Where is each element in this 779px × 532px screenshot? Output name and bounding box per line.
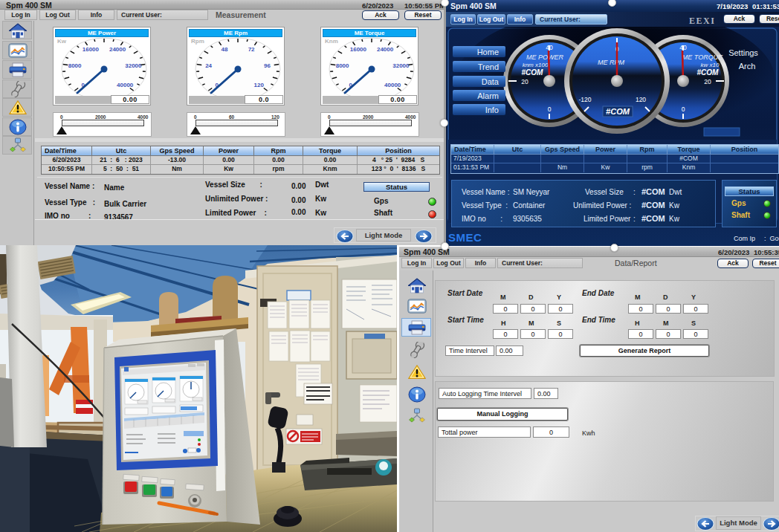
- svg-text:-120: -120: [578, 96, 591, 103]
- svg-text:24000: 24000: [377, 46, 394, 53]
- svg-text:16000: 16000: [350, 46, 367, 53]
- svg-text:Alarm: Alarm: [477, 91, 499, 100]
- svg-text:120: 120: [636, 96, 646, 103]
- svg-text:Trend: Trend: [478, 62, 499, 71]
- svg-text:20: 20: [521, 78, 529, 85]
- svg-text:20: 20: [704, 78, 711, 85]
- svg-text:#COM: #COM: [522, 68, 544, 77]
- svg-text:24000: 24000: [109, 46, 126, 53]
- svg-text:40000: 40000: [384, 82, 401, 88]
- svg-text:Data: Data: [482, 77, 500, 86]
- svg-text:0: 0: [548, 106, 552, 113]
- svg-text:Arch: Arch: [739, 62, 756, 71]
- svg-text:16000: 16000: [83, 46, 100, 53]
- svg-text:32000: 32000: [125, 62, 142, 69]
- svg-text:#COM: #COM: [697, 68, 720, 77]
- svg-text:48: 48: [221, 46, 227, 53]
- svg-text:120: 120: [254, 82, 265, 88]
- svg-text:0: 0: [682, 106, 685, 113]
- svg-text:40000: 40000: [117, 82, 134, 88]
- svg-text:Settings: Settings: [728, 48, 758, 57]
- svg-text:96: 96: [264, 62, 271, 69]
- svg-text:24: 24: [205, 62, 212, 69]
- svg-text:#COM: #COM: [606, 107, 630, 116]
- svg-text:8000: 8000: [68, 62, 82, 69]
- svg-text:ME POWER: ME POWER: [526, 53, 564, 61]
- svg-text:40: 40: [546, 44, 553, 51]
- svg-text:Info: Info: [485, 106, 499, 114]
- svg-text:knm x100: knm x100: [523, 62, 549, 68]
- svg-text:ME RPM: ME RPM: [598, 59, 625, 66]
- svg-text:40: 40: [679, 44, 687, 51]
- svg-text:72: 72: [248, 46, 255, 53]
- svg-text:8000: 8000: [336, 62, 349, 69]
- svg-text:kw x10: kw x10: [701, 62, 720, 68]
- svg-text:ME TORQUE: ME TORQUE: [682, 53, 723, 61]
- svg-text:32000: 32000: [392, 62, 410, 69]
- svg-text:Home: Home: [477, 48, 499, 56]
